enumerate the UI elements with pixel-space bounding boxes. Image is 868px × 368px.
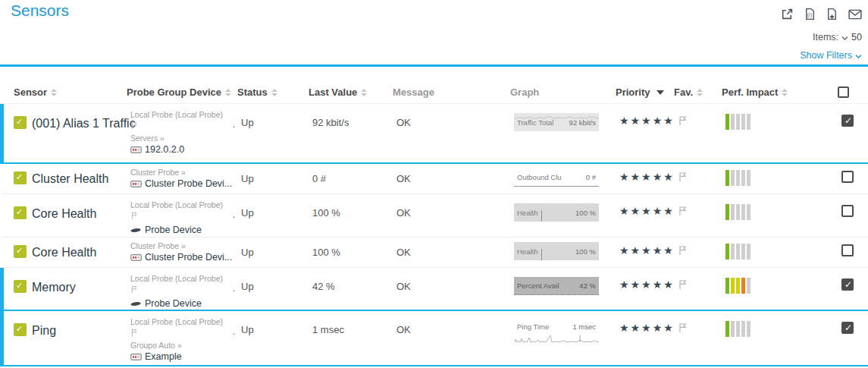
perf-impact-bars xyxy=(725,104,841,162)
items-label: Items: xyxy=(813,32,838,42)
perf-bar-gray xyxy=(736,114,740,130)
probe-suffix: . xyxy=(233,210,235,220)
priority-stars[interactable]: ★★★★★ xyxy=(619,164,678,193)
group-name[interactable]: Servers » xyxy=(130,134,237,143)
message-cell: OK xyxy=(396,268,514,310)
probe-name[interactable]: Local Probe (Local Probe) xyxy=(130,317,237,327)
graph-value: 42 % xyxy=(579,282,596,290)
sensor-graph: Percent Avail 42 % xyxy=(514,277,599,295)
sensor-cell[interactable]: (001) Alias 1 Traffic xyxy=(4,104,130,162)
graph-cell[interactable]: Health 100 % xyxy=(514,237,619,267)
row-checkbox[interactable] xyxy=(841,115,854,127)
probe-name[interactable]: Local Probe (Local Probe) xyxy=(130,110,237,120)
favorite-flag-icon[interactable] xyxy=(678,194,725,237)
column-header-probe-group-device[interactable]: Probe Group Device xyxy=(127,86,237,98)
favorite-flag-icon[interactable] xyxy=(678,164,725,193)
flag-icon xyxy=(130,121,139,130)
sensor-status-up-icon xyxy=(14,323,27,336)
perf-impact-bars xyxy=(725,268,841,310)
probe-device-icon xyxy=(130,300,142,307)
select-all-checkbox[interactable] xyxy=(838,86,849,98)
priority-stars[interactable]: ★★★★★ xyxy=(619,104,678,162)
device-link[interactable]: 192.0.2.0 xyxy=(130,145,237,155)
sensor-status-up-icon xyxy=(14,206,27,219)
device-name: Cluster Probe Devi... xyxy=(145,253,232,263)
column-header-last-value[interactable]: Last Value xyxy=(309,86,393,98)
priority-stars[interactable]: ★★★★★ xyxy=(619,311,678,365)
favorite-flag-icon[interactable] xyxy=(678,237,725,267)
show-filters-label: Show Filters xyxy=(800,50,852,61)
sensor-cell[interactable]: Ping xyxy=(4,311,130,365)
perf-bar-gray xyxy=(747,278,750,294)
message-cell: OK xyxy=(396,164,514,193)
flag-icon xyxy=(130,211,139,220)
column-header-fav[interactable]: Fav. xyxy=(674,86,722,98)
favorite-flag-icon[interactable] xyxy=(678,311,725,365)
sensor-name: Memory xyxy=(32,280,76,294)
checkbox-cell xyxy=(841,268,868,310)
row-checkbox[interactable] xyxy=(841,171,854,183)
favorite-flag-icon[interactable] xyxy=(678,268,725,310)
email-icon[interactable] xyxy=(848,9,862,20)
device-link[interactable]: Probe Device xyxy=(130,225,237,235)
sort-desc-icon xyxy=(656,90,664,95)
open-in-new-window-icon[interactable] xyxy=(781,8,794,20)
sensor-status-up-icon xyxy=(14,116,27,129)
chevron-down-icon xyxy=(855,50,862,61)
sort-icon xyxy=(271,89,277,96)
graph-cell[interactable]: Traffic Total 92 kbit/s xyxy=(514,104,619,162)
last-value-cell: 42 % xyxy=(312,268,396,310)
graph-cell[interactable]: Ping Time 1 msec xyxy=(514,311,619,365)
device-link[interactable]: Example xyxy=(130,352,237,362)
column-header-sensor[interactable]: Sensor xyxy=(0,86,127,98)
probe-name[interactable]: Local Probe (Local Probe) xyxy=(130,200,237,210)
table-row: Core Health Cluster Probe » Cluster Prob… xyxy=(0,237,868,268)
graph-cell[interactable]: Health 100 % xyxy=(514,194,619,237)
add-report-icon[interactable] xyxy=(826,8,838,20)
row-checkbox[interactable] xyxy=(841,322,854,334)
status-cell: Up xyxy=(241,268,312,310)
sensor-status-up-icon xyxy=(14,171,27,184)
favorite-flag-icon[interactable] xyxy=(678,104,725,162)
device-link[interactable]: Cluster Probe Devi... xyxy=(130,179,237,189)
row-checkbox[interactable] xyxy=(841,278,854,291)
perf-bar-gray xyxy=(747,114,750,130)
sensor-cell[interactable]: Core Health xyxy=(4,194,130,237)
perf-bar-gray xyxy=(736,204,740,220)
priority-stars[interactable]: ★★★★★ xyxy=(619,194,678,237)
perf-bar-gray xyxy=(736,321,740,337)
sensor-cell[interactable]: Core Health xyxy=(4,237,130,267)
graph-cell[interactable]: Outbound Clu 0 # xyxy=(514,164,619,193)
probe-device-icon xyxy=(130,227,142,234)
graph-cell[interactable]: Percent Avail 42 % xyxy=(514,268,619,310)
column-header-priority[interactable]: Priority xyxy=(616,86,674,98)
priority-stars[interactable]: ★★★★★ xyxy=(619,237,678,267)
message-cell: OK xyxy=(396,237,514,267)
sensor-cell[interactable]: Memory xyxy=(4,268,130,310)
device-icon xyxy=(130,146,142,153)
priority-stars[interactable]: ★★★★★ xyxy=(619,268,678,310)
column-label: Sensor xyxy=(14,86,47,98)
group-name[interactable]: Groupo Auto » xyxy=(130,341,237,351)
group-name[interactable]: Cluster Probe » xyxy=(130,168,237,178)
perf-bar-gray xyxy=(731,204,735,220)
device-name: Example xyxy=(145,352,182,362)
column-header-status[interactable]: Status xyxy=(237,86,309,98)
xml-export-icon[interactable]: (/) xyxy=(804,8,816,20)
show-filters-toggle[interactable]: Show Filters xyxy=(800,50,862,61)
sensor-cell[interactable]: Cluster Health xyxy=(4,164,130,193)
row-checkbox[interactable] xyxy=(841,244,854,256)
device-link[interactable]: Cluster Probe Devi... xyxy=(130,253,237,263)
perf-bar-green xyxy=(725,278,729,294)
probe-name[interactable]: Local Probe (Local Probe) xyxy=(130,274,237,284)
row-checkbox[interactable] xyxy=(841,205,854,217)
perf-impact-bars xyxy=(725,164,841,193)
column-header-perf-impact[interactable]: Perf. Impact xyxy=(722,86,838,98)
checkbox-cell xyxy=(841,311,868,365)
group-name[interactable]: Cluster Probe » xyxy=(130,241,237,251)
device-link[interactable]: Probe Device xyxy=(130,299,237,309)
graph-value: 92 kbit/s xyxy=(569,118,596,127)
probe-group-device-cell: Local Probe (Local Probe) . Groupo Auto … xyxy=(130,311,241,365)
items-per-page[interactable]: Items: 50 xyxy=(813,32,862,42)
probe-suffix: . xyxy=(233,120,235,130)
